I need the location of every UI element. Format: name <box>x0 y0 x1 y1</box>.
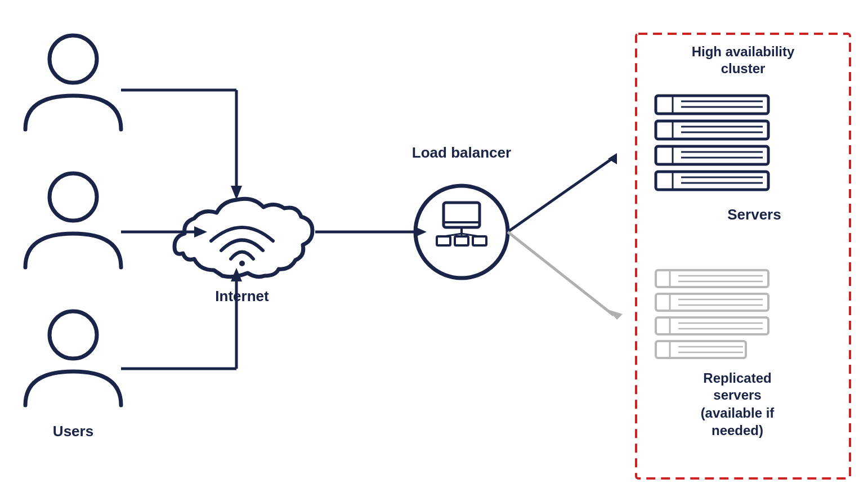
svg-line-26 <box>508 232 614 315</box>
svg-rect-18 <box>437 236 450 245</box>
replicated-label-line1: Replicated <box>703 370 771 386</box>
svg-marker-7 <box>194 226 207 238</box>
svg-line-24 <box>508 158 614 232</box>
users-label: Users <box>53 423 93 440</box>
load-balancer-icon <box>415 186 508 278</box>
user-2-icon <box>25 173 121 267</box>
replicated-label-line4: needed) <box>712 423 763 438</box>
load-balancer-label: Load balancer <box>412 144 511 161</box>
svg-marker-25 <box>608 153 617 164</box>
svg-rect-15 <box>444 203 480 227</box>
replicated-label-line2: servers <box>713 387 761 402</box>
svg-point-2 <box>50 311 97 359</box>
replicated-servers-icon <box>656 270 768 358</box>
svg-rect-48 <box>656 294 768 311</box>
servers-label: Servers <box>727 206 781 223</box>
svg-rect-52 <box>656 317 768 334</box>
svg-rect-20 <box>473 236 486 245</box>
primary-servers-icon <box>656 96 768 190</box>
internet-label: Internet <box>215 288 269 305</box>
user-1-icon <box>25 35 121 129</box>
svg-point-1 <box>50 173 97 221</box>
diagram: Users Internet Load balancer High availa… <box>0 0 868 497</box>
svg-point-0 <box>50 35 97 83</box>
user-3-icon <box>25 311 121 405</box>
ha-cluster-label-line2: cluster <box>721 61 766 76</box>
svg-point-11 <box>239 261 245 266</box>
svg-rect-19 <box>455 236 468 245</box>
ha-cluster-label-line1: High availability <box>692 44 795 59</box>
svg-rect-44 <box>656 270 768 287</box>
replicated-label-line3: (available if <box>701 405 775 420</box>
internet-cloud-icon <box>175 199 312 276</box>
svg-marker-27 <box>608 310 623 320</box>
